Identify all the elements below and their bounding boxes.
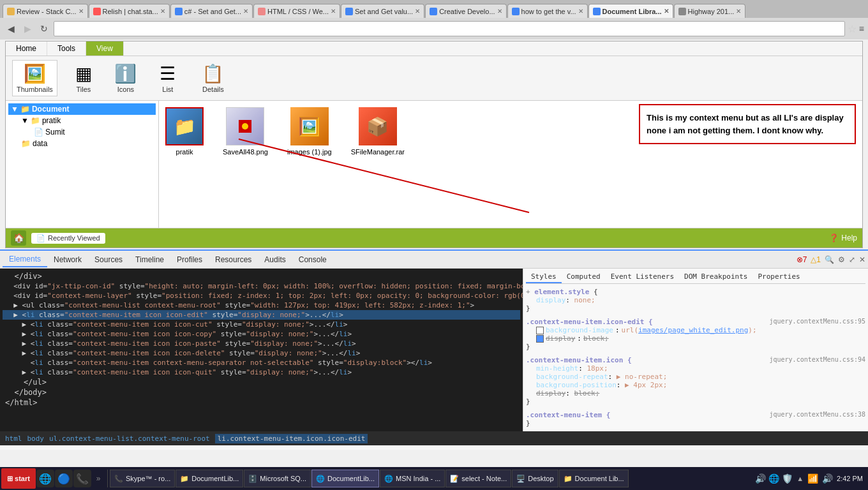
ribbon-tab-home[interactable]: Home	[6, 41, 47, 56]
reload-button[interactable]: ↻	[37, 22, 51, 36]
help-button[interactable]: ❓ Help	[829, 234, 857, 242]
taskbar-item-doclib1[interactable]: 📁 DocumentLib...	[176, 470, 243, 487]
tree-item-pratik[interactable]: ▼ 📁 pratik	[8, 115, 156, 126]
file-item-rar[interactable]: 📦 SFileManager.rar	[351, 107, 405, 156]
code-line-5-highlighted[interactable]: ▶ <li class="context-menu-item icon icon…	[3, 310, 520, 320]
tab-howto-close[interactable]: ✕	[578, 8, 583, 15]
devtools-tab-timeline[interactable]: Timeline	[129, 253, 170, 267]
css-source-icon-edit[interactable]: jquery.contextMenu.css:95	[769, 318, 865, 326]
code-line-6[interactable]: ▶ <li class="context-menu-item icon icon…	[3, 320, 520, 329]
taskbar-item-note[interactable]: 📝 select - Note...	[445, 470, 511, 487]
home-button[interactable]: 🏠	[11, 230, 26, 246]
css-source-item[interactable]: jquery.contextMenu.css:38	[769, 411, 865, 419]
close-devtools-icon[interactable]: ✕	[859, 255, 865, 264]
taskbar-item-doclib3[interactable]: 📁 Document Lib...	[559, 470, 629, 487]
sumit-icon: 📄	[34, 128, 43, 137]
breadcrumb-body[interactable]: body	[27, 434, 45, 443]
browser-menu-icon[interactable]: ≡	[859, 24, 864, 34]
taskbar-item-skype[interactable]: 📞 Skype™ - ro...	[110, 470, 175, 487]
tab-relish-close[interactable]: ✕	[160, 8, 165, 15]
ribbon-group-thumbnails[interactable]: 🖼️ Thumbnails	[12, 60, 57, 96]
styles-tab-dom[interactable]: DOM Breakpoints	[679, 271, 752, 283]
ribbon-tab-tools[interactable]: Tools	[47, 41, 86, 56]
file-item-jpg[interactable]: 🖼️ images (1).jpg	[287, 107, 332, 156]
devtools-tab-audits[interactable]: Audits	[258, 253, 292, 267]
tab-csharp-close[interactable]: ✕	[243, 8, 248, 15]
taskbar-item-doclib2[interactable]: 🌐 DocumentLib...	[311, 470, 379, 487]
styles-tab-properties[interactable]: Properties	[752, 271, 805, 283]
breadcrumb-li-selected[interactable]: li.context-menu-item.icon.icon-edit	[215, 434, 368, 443]
tab-creative[interactable]: Creative Develo... ✕	[425, 4, 506, 18]
tree-item-data[interactable]: 📁 data	[8, 138, 156, 149]
code-line-9[interactable]: ▶ <li class="context-menu-item icon icon…	[3, 348, 520, 358]
tab-doclib-close[interactable]: ✕	[664, 8, 669, 15]
styles-tab-events[interactable]: Event Listeners	[606, 271, 679, 283]
tab-highway[interactable]: Highway 201... ✕	[674, 4, 746, 18]
taskbar-item-sql[interactable]: 🗄️ Microsoft SQ...	[244, 470, 311, 487]
tab-howto[interactable]: how to get the v... ✕	[507, 4, 588, 18]
recently-viewed-badge[interactable]: 📄 Recently Viewed	[31, 233, 105, 244]
code-line-14[interactable]: </html>	[3, 397, 520, 408]
file-item-pratik[interactable]: 📁 pratik	[165, 107, 204, 156]
code-line-1[interactable]: </div>	[3, 271, 520, 281]
ribbon-group-details[interactable]: 📋 Details	[194, 60, 232, 96]
bookmark-icon[interactable]: ☆	[848, 23, 857, 35]
tree-item-sumit[interactable]: 📄 Sumit	[8, 126, 156, 138]
tray-expand[interactable]: ▲	[797, 475, 804, 482]
taskbar-icon-2[interactable]: 🔵	[55, 470, 73, 487]
expand-icon[interactable]: ⤢	[849, 255, 855, 264]
tab-setget[interactable]: Set and Get valu... ✕	[341, 4, 424, 18]
checkbox-display-block[interactable]	[536, 335, 544, 343]
ribbon-group-tiles[interactable]: ▦ Tiles	[68, 60, 100, 96]
code-line-11[interactable]: ▶ <li class="context-menu-item icon icon…	[3, 368, 520, 377]
code-line-8[interactable]: ▶ <li class="context-menu-item icon icon…	[3, 339, 520, 348]
code-line-12[interactable]: </ul>	[3, 377, 520, 387]
code-line-13[interactable]: </body>	[3, 387, 520, 397]
breadcrumb-ul[interactable]: ul.context-menu-list.context-menu-root	[49, 434, 210, 443]
tab-csharp[interactable]: c# - Set and Get... ✕	[170, 4, 253, 18]
tab-html[interactable]: HTML / CSS / We... ✕	[253, 4, 340, 18]
start-button[interactable]: ⊞ start	[1, 468, 36, 489]
forward-button[interactable]: ▶	[20, 22, 34, 36]
tab-review-close[interactable]: ✕	[79, 8, 84, 15]
ribbon-group-list[interactable]: ☰ List	[152, 60, 184, 96]
tab-review[interactable]: Review - Stack C... ✕	[3, 4, 88, 18]
devtools-tab-sources[interactable]: Sources	[88, 253, 129, 267]
devtools-tab-network[interactable]: Network	[47, 253, 88, 267]
taskbar-icon-3[interactable]: 📞	[73, 470, 91, 487]
taskbar-doclib2-label: DocumentLib...	[327, 475, 375, 482]
taskbar-item-desktop[interactable]: 🖥️ Desktop	[512, 470, 558, 487]
code-line-4[interactable]: ▶ <ul class="context-menu-list context-m…	[3, 301, 520, 310]
taskbar-expand-icon[interactable]: »	[92, 470, 105, 487]
devtools-tab-resources[interactable]: Resources	[209, 253, 258, 267]
tab-highway-close[interactable]: ✕	[736, 8, 741, 15]
tab-doclib[interactable]: Document Libra... ✕	[588, 4, 673, 18]
breadcrumb-html[interactable]: html	[5, 434, 22, 443]
add-rule-icon[interactable]: +	[526, 288, 530, 296]
styles-tab-styles[interactable]: Styles	[526, 271, 562, 283]
devtools-tab-elements[interactable]: Elements	[3, 252, 47, 267]
code-line-2[interactable]: <div id="jx-ttip-con-id" style="height: …	[3, 281, 520, 291]
checkbox-bg-image[interactable]	[536, 327, 544, 334]
tree-item-document[interactable]: ▼ 📁 Document	[8, 103, 156, 115]
ribbon-group-icons[interactable]: ℹ️ Icons	[110, 60, 142, 96]
inspect-icon[interactable]: 🔍	[825, 255, 834, 264]
settings-icon[interactable]: ⚙	[838, 255, 845, 264]
tab-relish[interactable]: Relish | chat.sta... ✕	[89, 4, 170, 18]
devtools-tab-console[interactable]: Console	[292, 253, 333, 267]
tab-creative-close[interactable]: ✕	[497, 8, 502, 15]
file-item-saveall[interactable]: SaveAll48.png	[223, 107, 268, 156]
back-button[interactable]: ◀	[4, 22, 18, 36]
styles-tab-computed[interactable]: Computed	[562, 271, 606, 283]
code-line-10[interactable]: <li class="context-menu-item context-men…	[3, 358, 520, 368]
taskbar-icon-1[interactable]: 🌐	[36, 470, 54, 487]
address-bar[interactable]: localhost:1386/DocumentLibrary-22-2-2014…	[54, 21, 845, 36]
devtools-tab-profiles[interactable]: Profiles	[170, 253, 209, 267]
ribbon-tab-view[interactable]: View	[86, 41, 124, 56]
code-line-3[interactable]: <div id="context-menu-layer" style="posi…	[3, 291, 520, 301]
code-line-7[interactable]: ▶ <li class="context-menu-item icon icon…	[3, 329, 520, 339]
css-source-icon[interactable]: jquery.contextMenu.css:94	[769, 356, 865, 364]
tab-setget-close[interactable]: ✕	[415, 8, 420, 15]
taskbar-item-msn[interactable]: 🌐 MSN India - ...	[380, 470, 445, 487]
tab-html-close[interactable]: ✕	[331, 8, 336, 15]
